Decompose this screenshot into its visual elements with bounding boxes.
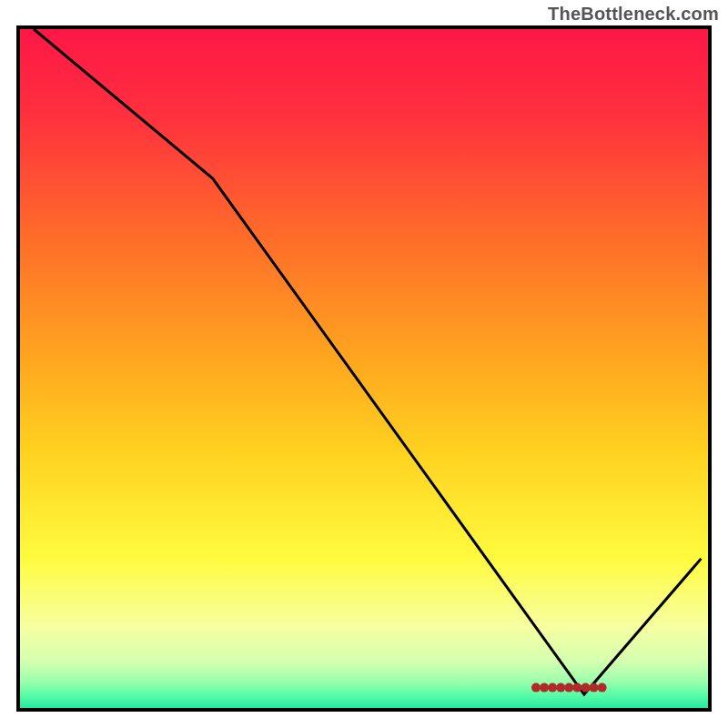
marker-point [564, 683, 573, 693]
marker-point [540, 683, 549, 693]
marker-cluster [531, 683, 607, 693]
chart-svg [20, 29, 708, 708]
chart-background [20, 29, 708, 708]
chart-container: TheBottleneck.com [0, 0, 728, 728]
watermark-text: TheBottleneck.com [548, 4, 719, 25]
marker-point [531, 683, 541, 693]
marker-point [556, 683, 565, 693]
plot-frame [16, 25, 712, 712]
marker-point [590, 683, 599, 693]
marker-point [572, 683, 581, 693]
marker-point [548, 683, 557, 693]
marker-point [581, 683, 590, 693]
marker-point [598, 683, 607, 693]
